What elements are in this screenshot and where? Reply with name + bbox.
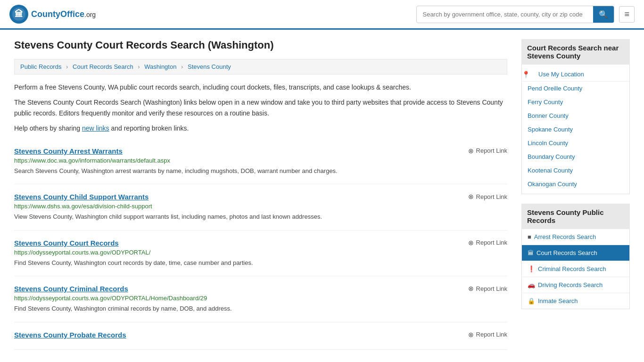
report-link[interactable]: ⊗ Report Link xyxy=(468,193,507,200)
result-desc: Find Stevens County, Washington court re… xyxy=(14,258,507,268)
nearby-counties-list: Pend Oreille CountyFerry CountyBonner Co… xyxy=(522,82,629,191)
result-title[interactable]: Stevens County Court Records xyxy=(14,239,119,247)
report-link[interactable]: ⊗ Report Link xyxy=(468,331,507,338)
breadcrumb-link-public-records[interactable]: Public Records xyxy=(20,63,61,70)
search-input[interactable] xyxy=(417,7,593,22)
result-desc: Search Stevens County, Washington arrest… xyxy=(14,166,507,176)
result-title[interactable]: Stevens County Child Support Warrants xyxy=(14,193,149,201)
nearby-county-item: Bonner County xyxy=(522,109,629,123)
pin-icon: 📍 xyxy=(522,71,530,78)
sidebar-public-records-section: Stevens County Public Records ■Arrest Re… xyxy=(521,204,630,309)
logo-text: CountyOffice.org xyxy=(31,9,96,19)
result-header: Stevens County Arrest Warrants ⊗ Report … xyxy=(14,147,507,155)
nearby-county-item: Ferry County xyxy=(522,95,629,109)
result-header: Stevens County Court Records ⊗ Report Li… xyxy=(14,239,507,247)
page-title: Stevens County Court Records Search (Was… xyxy=(14,39,507,51)
public-records-link[interactable]: ■Arrest Records Search xyxy=(522,229,629,245)
breadcrumb-link-washington[interactable]: Washington xyxy=(144,63,176,70)
result-url: https://odysseyportal.courts.wa.gov/ODYP… xyxy=(14,249,507,256)
main-container: Stevens County Court Records Search (Was… xyxy=(0,30,644,359)
result-url: https://odysseyportal.courts.wa.gov/ODYP… xyxy=(14,295,507,302)
nearby-county-link[interactable]: Ferry County xyxy=(522,95,629,109)
result-item: Stevens County Child Support Warrants ⊗ … xyxy=(14,184,507,230)
nearby-county-link[interactable]: Boundary County xyxy=(522,150,629,164)
use-location-item: 📍 Use My Location xyxy=(522,67,629,82)
nearby-county-link[interactable]: Bonner County xyxy=(522,109,629,123)
result-desc: Find Stevens County, Washington criminal… xyxy=(14,304,507,313)
search-bar: 🔍 xyxy=(416,6,614,23)
report-icon: ⊗ xyxy=(468,285,474,292)
sidebar-nearby-section: Court Records Search near Stevens County… xyxy=(521,39,630,194)
intro-text-1: Perform a free Stevens County, WA public… xyxy=(14,82,507,92)
breadcrumb-link-court-records[interactable]: Court Records Search xyxy=(73,63,133,70)
search-button[interactable]: 🔍 xyxy=(593,6,614,23)
public-records-link[interactable]: ❗Criminal Records Search xyxy=(522,261,629,277)
sidebar-link-icon: 🔒 xyxy=(528,297,535,304)
report-link-label: Report Link xyxy=(476,239,507,246)
report-icon: ⊗ xyxy=(468,193,474,200)
nearby-county-link[interactable]: Lincoln County xyxy=(522,136,629,150)
breadcrumb: Public Records › Court Records Search › … xyxy=(14,59,507,74)
svg-text:🏛: 🏛 xyxy=(15,9,23,19)
result-url: https://www.dshs.wa.gov/esa/division-chi… xyxy=(14,203,507,210)
public-records-item: ❗Criminal Records Search xyxy=(522,261,629,277)
result-item: Stevens County Probate Records ⊗ Report … xyxy=(14,322,507,350)
result-title[interactable]: Stevens County Probate Records xyxy=(14,331,126,339)
site-header: 🏛 CountyOffice.org 🔍 ≡ xyxy=(0,0,644,30)
report-icon: ⊗ xyxy=(468,147,474,155)
breadcrumb-link-stevens[interactable]: Stevens County xyxy=(188,63,231,70)
result-item: Stevens County Arrest Warrants ⊗ Report … xyxy=(14,139,507,185)
public-records-item: ■Arrest Records Search xyxy=(522,229,629,245)
header-right: 🔍 ≡ xyxy=(416,6,635,23)
sidebar-link-icon: ❗ xyxy=(528,265,535,272)
nearby-county-link[interactable]: Spokane County xyxy=(522,123,629,136)
public-records-list: ■Arrest Records Search🏛Court Records Sea… xyxy=(521,229,630,309)
public-records-heading: Stevens County Public Records xyxy=(521,204,630,229)
report-link-label: Report Link xyxy=(476,331,507,338)
logo-area: 🏛 CountyOffice.org xyxy=(9,5,96,24)
sidebar-link-icon: 🏛 xyxy=(528,249,534,256)
new-links-link[interactable]: new links xyxy=(82,124,109,132)
hamburger-button[interactable]: ≡ xyxy=(619,6,635,23)
result-header: Stevens County Probate Records ⊗ Report … xyxy=(14,331,507,339)
report-link-label: Report Link xyxy=(476,193,507,200)
nearby-county-item: Kootenai County xyxy=(522,164,629,177)
intro-text-2: The Stevens County Court Records Search … xyxy=(14,97,507,118)
report-icon: ⊗ xyxy=(468,239,474,247)
nearby-list: 📍 Use My Location Pend Oreille CountyFer… xyxy=(521,65,630,194)
content-area: Stevens County Court Records Search (Was… xyxy=(14,39,507,350)
report-link[interactable]: ⊗ Report Link xyxy=(468,285,507,292)
result-header: Stevens County Criminal Records ⊗ Report… xyxy=(14,285,507,293)
sidebar-link-icon: ■ xyxy=(528,233,531,240)
report-icon: ⊗ xyxy=(468,331,474,338)
nearby-county-item: Spokane County xyxy=(522,123,629,136)
result-header: Stevens County Child Support Warrants ⊗ … xyxy=(14,193,507,201)
nearby-county-item: Boundary County xyxy=(522,150,629,164)
nearby-county-item: Lincoln County xyxy=(522,136,629,150)
nearby-heading: Court Records Search near Stevens County xyxy=(521,39,630,65)
public-records-link[interactable]: 🏛Court Records Search xyxy=(522,245,629,261)
use-location-link[interactable]: Use My Location xyxy=(533,67,590,81)
report-link-label: Report Link xyxy=(476,285,507,292)
sidebar-link-icon: 🚗 xyxy=(528,281,535,288)
result-title[interactable]: Stevens County Criminal Records xyxy=(14,285,128,293)
result-url: https://www.doc.wa.gov/information/warra… xyxy=(14,157,507,164)
public-records-item: 🚗Driving Records Search xyxy=(522,277,629,293)
report-link[interactable]: ⊗ Report Link xyxy=(468,239,507,247)
nearby-county-link[interactable]: Kootenai County xyxy=(522,164,629,177)
public-records-link[interactable]: 🚗Driving Records Search xyxy=(522,277,629,293)
nearby-county-link[interactable]: Okanogan County xyxy=(522,177,629,191)
results-list: Stevens County Arrest Warrants ⊗ Report … xyxy=(14,139,507,350)
result-item: Stevens County Court Records ⊗ Report Li… xyxy=(14,230,507,277)
public-records-item: 🏛Court Records Search xyxy=(522,245,629,261)
public-records-item: 🔒Inmate Search xyxy=(522,293,629,309)
public-records-link[interactable]: 🔒Inmate Search xyxy=(522,293,629,309)
nearby-county-item: Okanogan County xyxy=(522,177,629,191)
nearby-county-item: Pend Oreille County xyxy=(522,82,629,95)
logo-icon: 🏛 xyxy=(9,5,28,24)
report-link[interactable]: ⊗ Report Link xyxy=(468,147,507,155)
result-title[interactable]: Stevens County Arrest Warrants xyxy=(14,147,123,155)
nearby-county-link[interactable]: Pend Oreille County xyxy=(522,82,629,95)
result-item: Stevens County Criminal Records ⊗ Report… xyxy=(14,276,507,322)
sidebar: Court Records Search near Stevens County… xyxy=(521,39,630,350)
